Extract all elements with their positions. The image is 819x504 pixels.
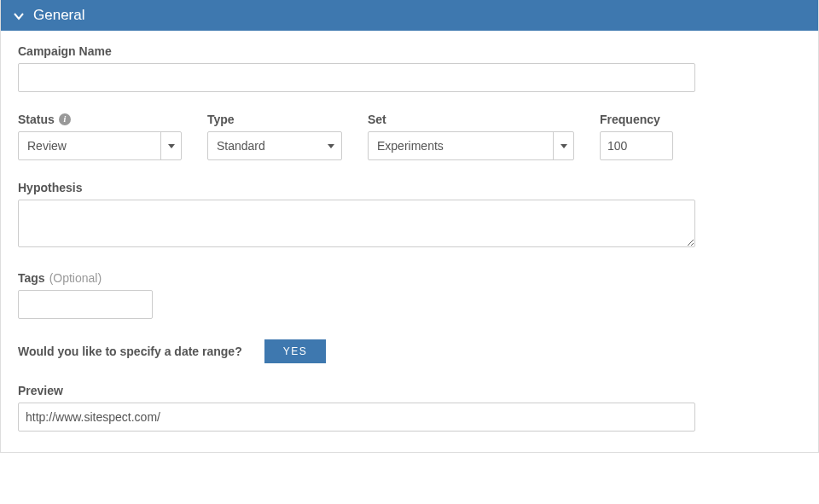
set-field: Set Experiments	[368, 113, 574, 160]
general-panel: General Campaign Name Status i Review Ty…	[0, 0, 819, 453]
hypothesis-label: Hypothesis	[18, 181, 801, 194]
preview-label: Preview	[18, 384, 801, 397]
row-status-type-set-freq: Status i Review Type Standard Set Expe	[18, 113, 801, 160]
campaign-name-field: Campaign Name	[18, 44, 801, 92]
date-range-question: Would you like to specify a date range?	[18, 345, 242, 358]
tags-input[interactable]	[18, 290, 153, 319]
status-label-text: Status	[18, 113, 55, 126]
hypothesis-field: Hypothesis	[18, 181, 801, 251]
type-caret	[321, 132, 341, 159]
chevron-down-icon	[13, 9, 25, 21]
campaign-name-label: Campaign Name	[18, 44, 801, 58]
hypothesis-input[interactable]	[18, 200, 695, 247]
campaign-name-input[interactable]	[18, 63, 695, 92]
status-select[interactable]: Review	[18, 131, 182, 160]
status-value: Review	[19, 132, 160, 159]
type-field: Type Standard	[207, 113, 342, 160]
status-label: Status i	[18, 113, 182, 126]
panel-title: General	[33, 7, 84, 24]
caret-down-icon	[168, 144, 175, 148]
frequency-field: Frequency	[600, 113, 673, 160]
panel-body: Campaign Name Status i Review Type Stand…	[1, 31, 818, 452]
set-label: Set	[368, 113, 574, 126]
yes-button[interactable]: YES	[264, 339, 327, 363]
frequency-label: Frequency	[600, 113, 673, 126]
frequency-input[interactable]	[600, 131, 673, 160]
tags-label-text: Tags	[18, 271, 45, 285]
set-value: Experiments	[369, 132, 553, 159]
caret-down-icon	[561, 144, 567, 148]
type-value: Standard	[208, 132, 321, 159]
set-select[interactable]: Experiments	[368, 131, 574, 160]
panel-header[interactable]: General	[1, 0, 818, 31]
status-caret	[160, 132, 181, 159]
tags-optional-text: (Optional)	[49, 271, 102, 285]
type-select[interactable]: Standard	[207, 131, 342, 160]
preview-input[interactable]	[18, 403, 695, 432]
status-field: Status i Review	[18, 113, 182, 160]
caret-down-icon	[328, 144, 334, 148]
preview-field: Preview	[18, 384, 801, 432]
date-range-row: Would you like to specify a date range? …	[18, 339, 801, 363]
tags-label: Tags (Optional)	[18, 271, 801, 285]
set-caret	[553, 132, 573, 159]
type-label: Type	[207, 113, 342, 126]
tags-field: Tags (Optional)	[18, 271, 801, 319]
info-icon[interactable]: i	[59, 113, 71, 125]
